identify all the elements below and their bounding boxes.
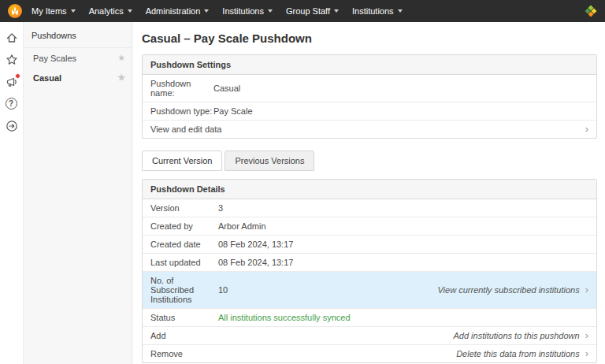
tab-previous-versions[interactable]: Previous Versions <box>225 150 314 171</box>
sidebar-item-casual[interactable]: Casual ★ <box>24 68 132 87</box>
pushdown-details-panel: Pushdown Details Version 3 Created by Ar… <box>142 179 597 363</box>
view-subscribed-institutions-link[interactable]: View currently subscribed institutions › <box>437 285 588 295</box>
icon-rail <box>0 22 24 364</box>
field-label: Add <box>150 331 218 340</box>
help-button[interactable] <box>6 98 18 110</box>
field-value: Pay Scale <box>213 106 253 116</box>
tab-current-version[interactable]: Current Version <box>142 150 222 171</box>
detail-row-created-date: Created date 08 Feb 2024, 13:17 <box>143 236 596 254</box>
field-label: No. of Subscribed Institutions <box>150 276 218 304</box>
version-tabs: Current Version Previous Versions <box>142 150 597 171</box>
detail-row-subscribed-institutions: No. of Subscribed Institutions 10 View c… <box>143 272 596 309</box>
action-label: View currently subscribed institutions <box>437 285 579 295</box>
arbor-logo-icon <box>8 4 22 18</box>
detail-row-add: Add Add institutions to this pushdown › <box>143 327 596 345</box>
nav-item-analytics[interactable]: Analytics <box>89 6 132 16</box>
field-label: Pushdown type: <box>150 106 213 116</box>
favourites-button[interactable] <box>6 54 18 66</box>
add-institutions-link[interactable]: Add institutions to this pushdown › <box>453 331 588 340</box>
field-value: 08 Feb 2024, 13:17 <box>218 258 293 267</box>
field-label: Created by <box>150 221 218 231</box>
detail-row-remove: Remove Delete this data from institution… <box>143 345 596 362</box>
logout-arrow-icon <box>6 120 18 132</box>
nav-item-label: My Items <box>32 6 67 16</box>
field-label: Version <box>150 203 218 213</box>
main-content: Casual – Pay Scale Pushdown Pushdown Set… <box>132 22 605 364</box>
detail-row-status: Status All institutions successfully syn… <box>143 309 596 327</box>
pushdown-settings-panel: Pushdown Settings Pushdown name: Casual … <box>142 54 597 139</box>
tab-label: Previous Versions <box>235 156 304 165</box>
chevron-down-icon <box>268 9 273 13</box>
chevron-right-icon: › <box>585 286 588 294</box>
home-button[interactable] <box>6 32 18 44</box>
detail-row-version: Version 3 <box>143 199 596 217</box>
tab-label: Current Version <box>152 156 212 165</box>
sidebar-item-label: Pay Scales <box>33 54 76 63</box>
field-label: Pushdown name: <box>150 79 213 98</box>
nav-item-label: Institutions <box>222 6 264 16</box>
panel-header: Pushdown Settings <box>143 55 596 75</box>
module-sidebar: Pushdowns Pay Scales ★ Casual ★ <box>24 22 132 364</box>
arbor-logo[interactable] <box>8 4 22 18</box>
chevron-down-icon <box>71 9 76 13</box>
home-icon <box>6 32 18 44</box>
chevron-right-icon: › <box>585 332 588 340</box>
sidebar-item-pay-scales[interactable]: Pay Scales ★ <box>24 48 132 68</box>
sidebar-root-label: Pushdowns <box>32 31 76 40</box>
top-nav-bar: My Items Analytics Administration Instit… <box>0 0 605 22</box>
notification-badge <box>15 73 20 79</box>
star-icon[interactable]: ★ <box>117 53 125 63</box>
partner-apps-icon[interactable] <box>585 5 597 17</box>
panel-header: Pushdown Details <box>143 180 596 199</box>
nav-item-group-staff[interactable]: Group Staff <box>286 6 339 16</box>
view-and-edit-data-row[interactable]: View and edit data › <box>143 121 596 138</box>
nav-item-administration[interactable]: Administration <box>146 6 210 16</box>
setting-row-name: Pushdown name: Casual <box>143 75 596 102</box>
nav-item-institutions[interactable]: Institutions <box>222 6 273 16</box>
action-label: Add institutions to this pushdown <box>453 331 579 340</box>
field-value: Casual <box>213 84 240 93</box>
chevron-right-icon: › <box>585 350 588 358</box>
field-label: Status <box>150 313 218 322</box>
field-value: 10 <box>218 285 228 295</box>
action-label: Delete this data from institutions <box>456 349 580 358</box>
nav-item-my-items[interactable]: My Items <box>32 6 76 16</box>
chevron-down-icon <box>398 9 403 13</box>
field-value: 3 <box>218 203 223 213</box>
chevron-right-icon: › <box>585 125 588 133</box>
nav-item-label: Group Staff <box>286 6 330 16</box>
nav-item-label: Administration <box>146 6 201 16</box>
app-window: My Items Analytics Administration Instit… <box>0 0 605 364</box>
row-label: View and edit data <box>150 124 221 134</box>
help-icon <box>6 98 17 110</box>
chevron-down-icon <box>334 9 339 13</box>
nav-item-label: Analytics <box>89 6 124 16</box>
setting-row-type: Pushdown type: Pay Scale <box>143 102 596 121</box>
field-label: Last updated <box>150 258 218 267</box>
nav-item-institutions-2[interactable]: Institutions <box>352 6 403 16</box>
field-value: 08 Feb 2024, 13:17 <box>218 240 293 249</box>
chevron-down-icon <box>128 9 132 13</box>
delete-data-link[interactable]: Delete this data from institutions › <box>456 349 588 358</box>
field-label: Remove <box>150 349 218 358</box>
detail-row-last-updated: Last updated 08 Feb 2024, 13:17 <box>143 254 596 272</box>
star-icon <box>6 54 18 66</box>
detail-row-created-by: Created by Arbor Admin <box>143 217 596 236</box>
sidebar-item-label: Casual <box>33 73 61 83</box>
chevron-down-icon <box>204 9 209 13</box>
sidebar-item-pushdowns[interactable]: Pushdowns <box>24 22 132 48</box>
page-title: Casual – Pay Scale Pushdown <box>142 32 597 45</box>
announcements-button[interactable] <box>6 76 18 88</box>
status-value: All institutions successfully synced <box>218 313 351 322</box>
logout-button[interactable] <box>6 120 18 132</box>
star-icon[interactable]: ★ <box>117 72 125 83</box>
field-label: Created date <box>150 240 218 249</box>
nav-item-label: Institutions <box>352 6 394 16</box>
field-value: Arbor Admin <box>218 221 266 231</box>
